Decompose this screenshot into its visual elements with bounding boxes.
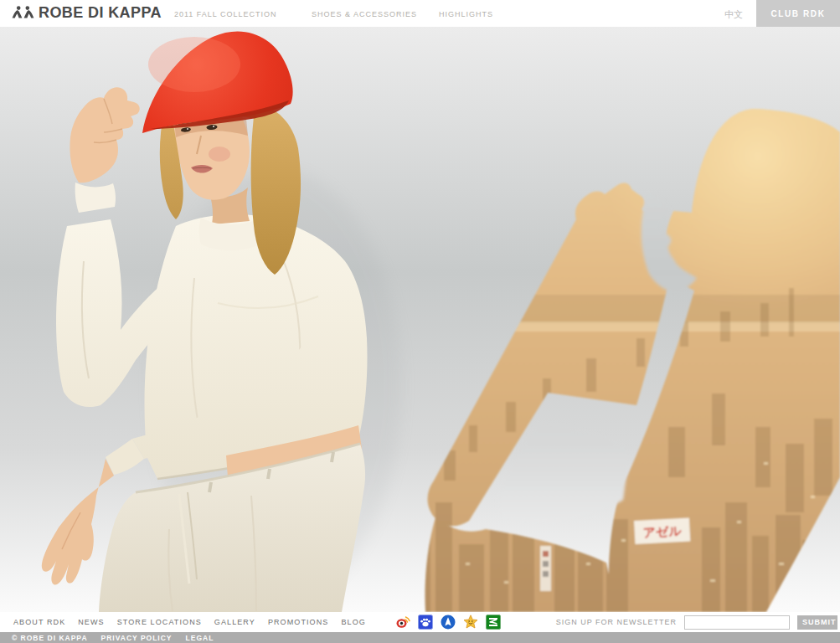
tencent-qq-icon	[441, 615, 456, 630]
nav-item-shoes-accessories[interactable]: SHOES & ACCESSORIES	[312, 10, 417, 18]
newsletter-input[interactable]	[684, 615, 790, 630]
copyright-text: © ROBE DI KAPPA	[12, 634, 88, 642]
kaixin001-link[interactable]	[463, 615, 478, 630]
city-sign-vertical	[540, 546, 551, 591]
page: ROBE DI KAPPA 2011 FALL COLLECTION SHOES…	[0, 0, 840, 643]
footer-link-news[interactable]: NEWS	[78, 618, 104, 626]
brand-logo-text: ROBE DI KAPPA	[39, 4, 162, 22]
tencent-qq-link[interactable]	[441, 615, 456, 630]
footer-links: ABOUT RDK NEWS STORE LOCATIONS GALLERY P…	[13, 612, 366, 632]
privacy-policy-link[interactable]: PRIVACY POLICY	[101, 634, 173, 642]
legal-link[interactable]: LEGAL	[186, 634, 214, 642]
brand-logo[interactable]: ROBE DI KAPPA	[12, 4, 162, 22]
footer-link-about-rdk[interactable]: ABOUT RDK	[13, 618, 65, 626]
douban-link[interactable]	[486, 615, 501, 630]
weibo-icon	[395, 615, 410, 630]
douban-icon	[486, 615, 501, 630]
baidu-icon	[418, 615, 433, 630]
footer-link-promotions[interactable]: PROMOTIONS	[268, 618, 329, 626]
city-sign: アゼル	[634, 518, 690, 544]
header: ROBE DI KAPPA 2011 FALL COLLECTION SHOES…	[0, 0, 840, 27]
newsletter-label: SIGN UP FOR NEWSLETTER	[556, 618, 677, 626]
newsletter: SIGN UP FOR NEWSLETTER SUBMIT	[556, 612, 837, 632]
kappa-omini-icon	[12, 6, 34, 20]
nav-item-fall-collection[interactable]: 2011 FALL COLLECTION	[174, 10, 277, 18]
weibo-link[interactable]	[395, 615, 410, 630]
legal-bar: © ROBE DI KAPPA PRIVACY POLICY LEGAL	[0, 632, 840, 643]
footer-link-blog[interactable]: BLOG	[341, 618, 365, 626]
kaixin001-icon	[463, 615, 478, 630]
nav-item-highlights[interactable]: HIGHLIGHTS	[439, 10, 493, 18]
city-sign-text: アゼル	[642, 523, 683, 540]
baidu-link[interactable]	[418, 615, 433, 630]
hero-image: アゼル	[0, 27, 840, 612]
club-rdk-button[interactable]: CLUB RDK	[756, 0, 840, 27]
language-toggle[interactable]: 中文	[724, 8, 743, 21]
newsletter-submit-button[interactable]: SUBMIT	[797, 615, 837, 630]
footer: ABOUT RDK NEWS STORE LOCATIONS GALLERY P…	[0, 612, 840, 632]
footer-link-gallery[interactable]: GALLERY	[214, 618, 255, 626]
social-links	[395, 615, 501, 630]
footer-link-store-locations[interactable]: STORE LOCATIONS	[117, 618, 202, 626]
